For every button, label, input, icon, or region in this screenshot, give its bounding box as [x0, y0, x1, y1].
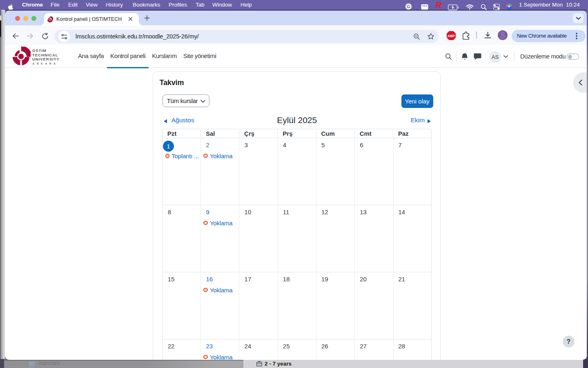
svg-text:G: G	[407, 4, 410, 9]
svg-text:ABP: ABP	[448, 34, 455, 38]
